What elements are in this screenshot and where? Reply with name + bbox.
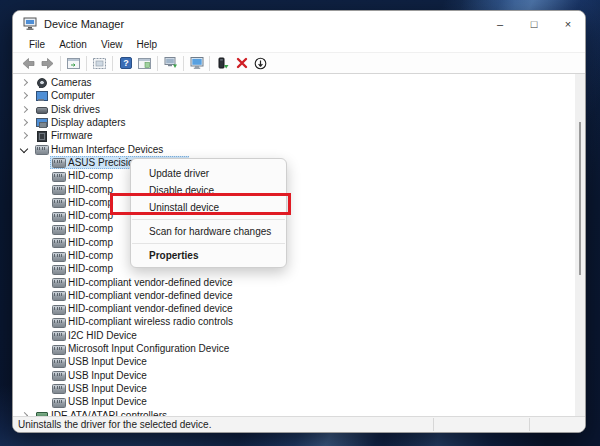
tree-row[interactable]: HID-comp — [13, 209, 575, 222]
menu-help[interactable]: Help — [129, 39, 164, 50]
hid-icon — [52, 304, 64, 314]
camera-icon — [35, 78, 47, 88]
tree-row[interactable]: ASUS Precision Touchpad — [13, 156, 575, 169]
tree-row[interactable]: HID-comp — [13, 236, 575, 249]
tree-row[interactable]: IDE ATA/ATAPI controllers — [13, 408, 575, 416]
disable-device-toolbar-icon[interactable] — [251, 55, 270, 72]
maximize-button[interactable]: □ — [517, 11, 551, 36]
help-icon[interactable]: ? — [116, 55, 135, 72]
minimize-button[interactable]: – — [483, 11, 517, 36]
show-console-tree-icon[interactable] — [64, 55, 83, 72]
status-text: Uninstalls the driver for the selected d… — [18, 419, 211, 430]
hid-icon — [52, 357, 64, 367]
hid-icon — [52, 344, 64, 354]
tree-row-label: HID-comp — [68, 250, 113, 261]
tree-row[interactable]: USB Input Device — [13, 382, 575, 395]
context-menu-item-properties[interactable]: Properties — [131, 247, 286, 264]
tree-row-label: I2C HID Device — [68, 330, 137, 341]
context-menu-separator — [131, 216, 286, 223]
hid-icon — [52, 317, 64, 327]
hid-icon — [52, 330, 64, 340]
menu-bar: File Action View Help — [13, 36, 585, 53]
tree-row[interactable]: Cameras — [13, 76, 575, 89]
uninstall-device-toolbar-icon[interactable] — [213, 55, 232, 72]
menu-file[interactable]: File — [22, 39, 52, 50]
tree-row-label: USB Input Device — [68, 356, 147, 367]
context-menu-item-scan-hardware-changes[interactable]: Scan for hardware changes — [131, 223, 286, 240]
tree-row[interactable]: HID-comp — [13, 169, 575, 182]
tree-row[interactable]: USB Input Device — [13, 395, 575, 408]
tree-row[interactable]: Microsoft Input Configuration Device — [13, 342, 575, 355]
tree-row[interactable]: Disk drives — [13, 103, 575, 116]
chevron-right-icon[interactable] — [19, 90, 30, 101]
tree-row[interactable]: HID-comp — [13, 262, 575, 275]
computer-icon — [35, 91, 47, 101]
toolbar-divider — [112, 56, 113, 71]
tree-row-label: Firmware — [51, 130, 93, 141]
tree-row-label: Display adapters — [51, 117, 125, 128]
update-driver-icon[interactable] — [187, 55, 206, 72]
back-icon[interactable] — [19, 55, 38, 72]
tree-row[interactable]: Display adapters — [13, 116, 575, 129]
close-button[interactable]: × — [551, 11, 585, 36]
hid-icon — [52, 184, 64, 194]
chevron-right-icon[interactable] — [19, 130, 30, 141]
tree-row[interactable]: HID-compliant vendor-defined device — [13, 302, 575, 315]
menu-view[interactable]: View — [94, 39, 130, 50]
tree-row-label: HID-comp — [68, 223, 113, 234]
hid-icon — [52, 370, 64, 380]
tree-row[interactable]: HID-comp — [13, 196, 575, 209]
scan-hardware-icon[interactable] — [161, 55, 180, 72]
tree-row-label: USB Input Device — [68, 383, 147, 394]
context-menu-item-update-driver[interactable]: Update driver — [131, 165, 286, 182]
chevron-right-icon[interactable] — [19, 104, 30, 115]
toolbar-divider — [209, 56, 210, 71]
status-bar: Uninstalls the driver for the selected d… — [13, 416, 585, 432]
action-pane-icon[interactable] — [135, 55, 154, 72]
tree-row-label: HID-compliant wireless radio controls — [68, 316, 233, 327]
display-icon — [35, 118, 47, 128]
tree-row[interactable]: USB Input Device — [13, 369, 575, 382]
disk-icon — [35, 104, 47, 114]
forward-icon[interactable] — [38, 55, 57, 72]
tree-row[interactable]: HID-compliant wireless radio controls — [13, 315, 575, 328]
toolbar-divider — [60, 56, 61, 71]
tree-row[interactable]: HID-compliant vendor-defined device — [13, 275, 575, 288]
desktop: { "window": { "title": "Device Manager",… — [0, 0, 600, 446]
toolbar: ? — [13, 53, 585, 74]
tree-row[interactable]: USB Input Device — [13, 355, 575, 368]
chevron-down-icon[interactable] — [19, 144, 30, 155]
menu-action[interactable]: Action — [52, 39, 94, 50]
chevron-right-icon[interactable] — [19, 77, 30, 88]
scrollbar-thumb[interactable] — [579, 122, 581, 275]
title-bar[interactable]: Device Manager – □ × — [13, 11, 585, 36]
hid-icon — [52, 197, 64, 207]
export-list-icon[interactable] — [90, 55, 109, 72]
hid-icon — [52, 383, 64, 393]
tree-row[interactable]: HID-compliant vendor-defined device — [13, 289, 575, 302]
svg-text:?: ? — [123, 58, 129, 68]
tree-row[interactable]: Computer — [13, 89, 575, 102]
tree-row[interactable]: HID-comp — [13, 249, 575, 262]
toolbar-divider — [157, 56, 158, 71]
tree-row[interactable]: HID-comp — [13, 222, 575, 235]
tree-row[interactable]: HID-comp — [13, 182, 575, 195]
window-title: Device Manager — [44, 18, 124, 30]
device-manager-window: Device Manager – □ × File Action View He… — [12, 10, 586, 433]
tree-row[interactable]: Human Interface Devices — [13, 142, 575, 155]
vertical-scrollbar[interactable] — [575, 74, 585, 416]
tree-row-label: HID-comp — [68, 197, 113, 208]
chevron-right-icon[interactable] — [19, 117, 30, 128]
tree-row-label: Disk drives — [51, 104, 100, 115]
tree-row-label: HID-comp — [68, 184, 113, 195]
tree-row-label: Microsoft Input Configuration Device — [68, 343, 229, 354]
tree-row-label: USB Input Device — [68, 370, 147, 381]
hid-icon — [52, 251, 64, 261]
tree-row-label: Computer — [51, 90, 95, 101]
tree-row[interactable]: I2C HID Device — [13, 329, 575, 342]
hid-icon — [35, 144, 47, 154]
device-tree: Cameras Computer Disk drives Displa — [13, 74, 575, 416]
remove-red-x-icon[interactable] — [232, 55, 251, 72]
tree-row[interactable]: Firmware — [13, 129, 575, 142]
hid-icon — [52, 224, 64, 234]
